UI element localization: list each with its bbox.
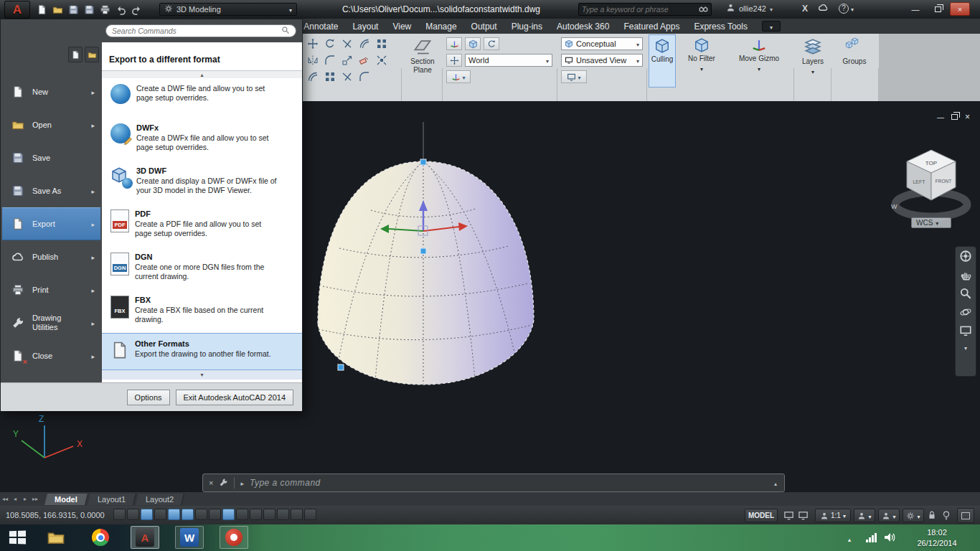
command-input[interactable]: Type a command [250,478,321,488]
menu-item-save[interactable]: Save [2,141,100,174]
tab-plugins[interactable]: Plug-ins [504,19,550,34]
tab-express-tools[interactable]: Express Tools [687,19,754,34]
no-filter-dropdown[interactable]: No Filter [679,34,725,88]
ucs-settings-button[interactable] [446,70,471,83]
scroll-up-strip[interactable] [102,71,302,78]
command-customize-icon[interactable] [219,478,228,489]
culling-button[interactable]: Culling [649,34,676,88]
clean-screen-button[interactable] [957,508,974,523]
flyout-item-dgn[interactable]: DGN DGNCreate one or more DGN files from… [102,247,302,290]
close-button[interactable]: × [950,2,970,16]
command-search-box[interactable] [105,24,296,37]
annotation-scale-button[interactable]: 1:1 [815,509,851,522]
help-search-box[interactable] [578,3,712,16]
binoculars-icon[interactable] [699,4,708,15]
showmotion-icon[interactable] [959,324,972,339]
flyout-item-dwfx[interactable]: DWFxCreate a DWFx file and allow you to … [102,118,302,161]
copy-icon[interactable] [323,70,337,84]
undo-icon[interactable] [113,2,128,17]
command-line[interactable]: × Type a command [202,474,785,492]
tab-layout2[interactable]: Layout2 [136,494,184,505]
tab-manage[interactable]: Manage [418,19,463,34]
ucs-world-icon[interactable] [465,37,481,50]
viewport-close-icon[interactable]: × [965,112,970,122]
toggle-am[interactable] [304,509,316,520]
minimize-button[interactable]: — [905,2,925,16]
file-explorer-icon[interactable] [42,526,70,549]
workspace-dropdown[interactable]: 3D Modeling [159,3,297,16]
quick-view-drawings-icon[interactable] [798,510,809,521]
help-search-input[interactable] [582,5,696,14]
tab-autodesk360[interactable]: Autodesk 360 [550,19,616,34]
menu-item-new[interactable]: New [2,75,100,108]
fillet-icon[interactable] [323,53,337,67]
new-drawing-icon[interactable] [34,2,49,17]
recent-documents-button[interactable] [68,47,83,62]
options-button[interactable]: Options [127,390,170,405]
grip-bottom-left[interactable] [338,364,344,370]
save-icon[interactable] [66,2,80,17]
zoom-icon[interactable] [959,287,972,301]
toggle-3dosnap[interactable] [195,509,207,520]
chrome-icon[interactable] [86,526,115,549]
toggle-osnap[interactable] [182,509,194,520]
toggle-ortho[interactable] [154,509,166,520]
navbar-more-icon[interactable] [964,343,967,352]
annotation-visibility-button[interactable] [854,509,875,522]
start-button[interactable] [3,526,32,549]
toggle-qp[interactable] [277,509,289,520]
workspace-switching-button[interactable] [903,509,924,522]
toggle-lwt[interactable] [250,509,262,520]
tray-hidden-icons-chevron[interactable] [848,534,851,543]
exchange-apps-icon[interactable]: X [802,4,808,14]
tab-annotate[interactable]: Annotate [296,19,345,34]
ucs-icon[interactable] [446,37,462,50]
toggle-snap[interactable] [127,509,139,520]
scale-icon[interactable] [340,53,354,67]
offset-icon[interactable] [357,37,372,51]
first-layout-icon[interactable]: ◂◂ [0,496,10,502]
autocad-taskbar-icon[interactable]: A [131,526,159,549]
clock[interactable]: 18:02 26/12/2014 [903,527,971,549]
visual-style-dropdown[interactable]: Conceptual [561,37,643,50]
chamfer-icon[interactable] [357,70,372,84]
prev-layout-icon[interactable]: ◂ [10,496,20,502]
toggle-polar[interactable] [168,509,180,520]
word-taskbar-icon[interactable]: W [175,526,204,549]
ucs-previous-icon[interactable] [484,37,499,50]
tab-layout1[interactable]: Layout1 [88,494,136,505]
save-as-icon[interactable] [82,2,96,17]
toggle-grid[interactable] [141,509,153,520]
orbit-icon[interactable] [959,306,972,320]
viewport-minimize-icon[interactable]: — [937,113,944,121]
open-documents-button[interactable] [85,47,99,62]
quick-view-layouts-icon[interactable] [783,510,794,521]
flyout-item-dwf[interactable]: Create a DWF file and allow you to set p… [102,78,302,118]
toggle-dyn[interactable] [236,509,248,520]
wcs-dropdown[interactable]: WCS [911,217,951,228]
chevron-down-icon[interactable] [770,4,773,13]
exit-button[interactable]: Exit Autodesk AutoCAD 2014 [176,390,293,405]
tab-featured-apps[interactable]: Featured Apps [616,19,687,34]
rotate-icon[interactable] [323,37,337,51]
full-navigation-wheel-icon[interactable] [959,250,972,264]
toolbar-lock-icon[interactable] [927,510,937,520]
red-app-taskbar-icon[interactable] [220,526,248,549]
erase-icon[interactable] [357,53,372,67]
menu-item-export[interactable]: Export [2,207,100,240]
groups-button[interactable]: Groups [832,34,877,88]
network-icon[interactable] [865,532,878,543]
menu-item-publish[interactable]: Publish [2,240,100,273]
menu-item-print[interactable]: Print [2,273,100,306]
menu-item-close[interactable]: ×Close [2,339,100,372]
isolate-objects-icon[interactable] [941,510,951,520]
section-plane-button[interactable]: Section Plane [406,36,439,88]
flyout-item-3ddwf[interactable]: 3D DWFCreate and display a DWF or DWFx f… [102,161,302,204]
volume-icon[interactable] [884,532,897,543]
ucs-named-icon[interactable] [446,54,462,67]
solid-of-constant-width[interactable] [318,161,534,385]
tab-output[interactable]: Output [464,19,504,34]
menu-item-open[interactable]: Open [2,108,100,141]
model-space-button[interactable]: MODEL [745,509,778,522]
flyout-item-fbx[interactable]: FBX FBXCreate a FBX file based on the cu… [102,290,302,333]
